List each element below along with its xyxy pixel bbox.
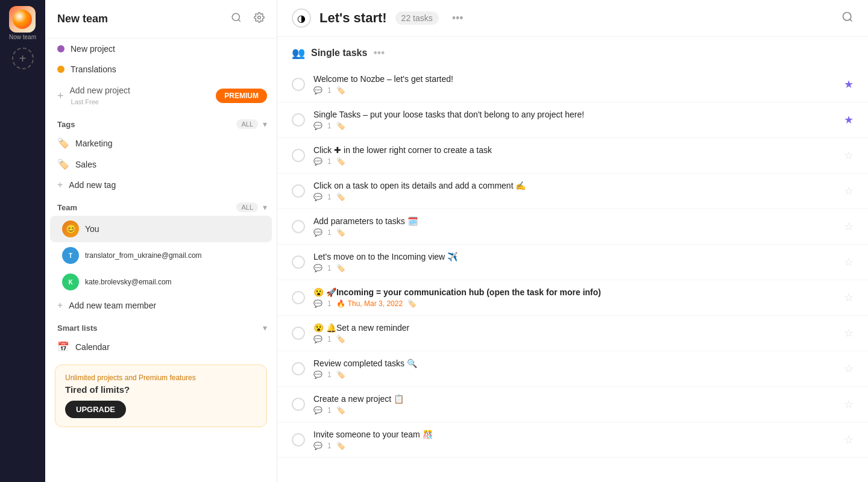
table-row[interactable]: Review completed tasks 🔍 💬 1 🏷️ ☆ — [277, 351, 868, 387]
premium-button[interactable]: PREMIUM — [216, 89, 267, 103]
table-row[interactable]: Single Tasks – put your loose tasks that… — [277, 102, 868, 138]
tag-marketing[interactable]: 🏷️ Marketing — [45, 133, 277, 154]
add-project-labels: Add new project Last Free — [70, 85, 130, 107]
task-star-button[interactable]: ☆ — [844, 362, 854, 375]
smart-lists-chevron[interactable]: ▾ — [263, 323, 267, 333]
task-meta: 💬 1 🏷️ — [313, 193, 835, 201]
tags-all-badge[interactable]: ALL — [236, 119, 258, 129]
svg-point-0 — [232, 13, 239, 20]
table-row[interactable]: Click ✚ in the lower right corner to cre… — [277, 138, 868, 174]
comment-count: 1 — [327, 228, 332, 237]
task-title: Add parameters to tasks 🗓️ — [313, 216, 835, 226]
table-row[interactable]: Add parameters to tasks 🗓️ 💬 1 🏷️ ☆ — [277, 209, 868, 245]
avatar-you: 😊 — [62, 221, 79, 237]
upgrade-button[interactable]: UPGRADE — [65, 401, 126, 418]
sidebar-content: New project Translations + Add new proje… — [45, 39, 277, 482]
search-button[interactable] — [228, 10, 244, 28]
upgrade-banner-title: Tired of limits? — [65, 384, 257, 395]
task-meta: 💬 1 🏷️ — [313, 157, 835, 166]
comment-count: 1 — [327, 371, 332, 379]
add-project-row[interactable]: + Add new project Last Free PREMIUM — [45, 80, 277, 112]
tag-sales[interactable]: 🏷️ Sales — [45, 154, 277, 175]
task-content: Review completed tasks 🔍 💬 1 🏷️ — [313, 358, 835, 379]
task-meta: 💬 1 🏷️ — [313, 86, 835, 95]
smart-lists-header: Smart lists ▾ — [45, 316, 277, 336]
task-star-button[interactable]: ★ — [844, 78, 854, 91]
task-checkbox[interactable] — [292, 78, 305, 91]
task-title: Welcome to Nozbe – let's get started! — [313, 74, 835, 84]
add-team-member-icon: + — [57, 300, 63, 311]
task-star-button[interactable]: ☆ — [844, 327, 854, 340]
group-icon: 👥 — [292, 46, 305, 60]
tags-chevron[interactable]: ▾ — [263, 119, 267, 129]
task-checkbox[interactable] — [292, 184, 305, 198]
task-star-button[interactable]: ☆ — [844, 220, 854, 233]
table-row[interactable]: Welcome to Nozbe – let's get started! 💬 … — [277, 67, 868, 102]
project-item-new[interactable]: New project — [45, 39, 277, 59]
task-star-button[interactable]: ☆ — [844, 398, 854, 411]
sidebar-header: New team — [45, 0, 277, 39]
tags-section-header: Tags ALL ▾ — [45, 112, 277, 133]
team-member-kate[interactable]: K kate.brolevsky@email.com — [50, 269, 272, 295]
task-checkbox[interactable] — [292, 433, 305, 446]
task-tag-icon: 🏷️ — [336, 157, 345, 166]
task-content: Single Tasks – put your loose tasks that… — [313, 110, 835, 130]
main-title: Let's start! — [319, 10, 387, 26]
task-star-button[interactable]: ★ — [844, 113, 854, 127]
task-checkbox[interactable] — [292, 398, 305, 411]
task-checkbox[interactable] — [292, 327, 305, 340]
add-tag-row[interactable]: + Add new tag — [45, 175, 277, 195]
comment-icon: 💬 — [313, 371, 322, 379]
table-row[interactable]: 😮 🔔Set a new reminder 💬 1 🏷️ ☆ — [277, 316, 868, 351]
table-row[interactable]: 😮 🚀Incoming = your communication hub (op… — [277, 280, 868, 316]
task-checkbox[interactable] — [292, 291, 305, 304]
team-member-you[interactable]: 😊 You — [50, 216, 272, 242]
task-checkbox[interactable] — [292, 149, 305, 162]
projects-list: New project Translations + Add new proje… — [45, 39, 277, 112]
add-team-member-row[interactable]: + Add new team member — [45, 295, 277, 316]
task-tag-icon: 🏷️ — [336, 228, 345, 237]
task-content: Invite someone to your team 🎊 💬 1 🏷️ — [313, 430, 835, 450]
table-row[interactable]: Invite someone to your team 🎊 💬 1 🏷️ ☆ — [277, 422, 868, 458]
project-item-translations[interactable]: Translations — [45, 59, 277, 80]
team-all-badge[interactable]: ALL — [236, 202, 258, 212]
upgrade-banner: Unlimited projects and Premium features … — [55, 365, 267, 427]
task-tag-icon: 🏷️ — [336, 193, 345, 201]
add-workspace-button[interactable]: + — [12, 48, 34, 69]
comment-icon: 💬 — [313, 122, 322, 130]
task-star-button[interactable]: ☆ — [844, 255, 854, 269]
project-dot — [57, 66, 64, 73]
task-star-button[interactable]: ☆ — [844, 433, 854, 446]
tag-marketing-label: Marketing — [75, 139, 112, 148]
tasks-section-header: 👥 Single tasks ••• — [277, 37, 868, 67]
task-star-button[interactable]: ☆ — [844, 149, 854, 162]
table-row[interactable]: Create a new project 📋 💬 1 🏷️ ☆ — [277, 387, 868, 422]
team-member-translator[interactable]: T translator_from_ukraine@gmail.com — [50, 242, 272, 269]
app-logo[interactable] — [9, 6, 36, 33]
comment-icon: 💬 — [313, 406, 322, 415]
task-star-button[interactable]: ☆ — [844, 291, 854, 304]
sidebar-header-icons — [228, 10, 267, 28]
app-name-label: Now team — [9, 34, 36, 40]
task-checkbox[interactable] — [292, 255, 305, 269]
task-checkbox[interactable] — [292, 113, 305, 127]
task-count-badge: 22 tasks — [395, 11, 439, 25]
team-chevron[interactable]: ▾ — [263, 202, 267, 212]
header-more-button[interactable]: ••• — [447, 10, 468, 27]
group-more-button[interactable]: ••• — [373, 47, 385, 60]
add-tag-label: Add new tag — [69, 180, 116, 190]
svg-point-1 — [258, 16, 261, 19]
task-star-button[interactable]: ☆ — [844, 184, 854, 198]
table-row[interactable]: Let's move on to the Incoming view ✈️ 💬 … — [277, 245, 868, 280]
main-search-button[interactable] — [841, 11, 854, 26]
task-tag-icon: 🏷️ — [336, 371, 345, 379]
task-checkbox[interactable] — [292, 362, 305, 375]
project-dot — [57, 45, 64, 52]
table-row[interactable]: Click on a task to open its details and … — [277, 174, 868, 209]
team-title: Team — [57, 203, 77, 212]
task-checkbox[interactable] — [292, 220, 305, 233]
sidebar: New team New project Translations + — [45, 0, 277, 482]
settings-button[interactable] — [251, 10, 267, 28]
theme-toggle-button[interactable]: ◑ — [292, 8, 311, 28]
calendar-item[interactable]: 📅 Calendar — [45, 336, 277, 357]
